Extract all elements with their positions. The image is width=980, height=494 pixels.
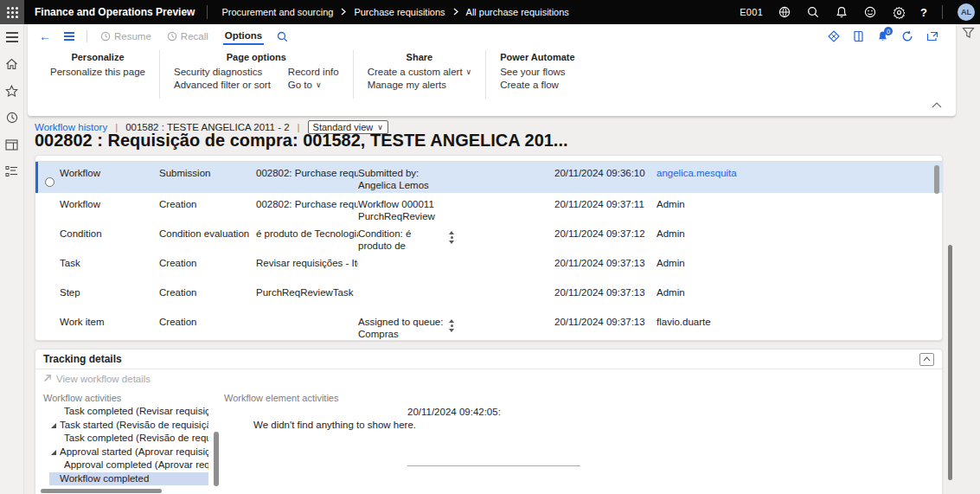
cell-details: Condition: é produto de Tecnologia? eval… [358, 228, 444, 252]
security-diagnostics-button[interactable]: Security diagnostics [174, 67, 271, 77]
resume-button[interactable]: Resume [94, 31, 157, 42]
table-row[interactable]: Workflow Creation 002802: Purchase requi… [35, 193, 942, 222]
cell-name: Revisar requisições - Itens... [256, 252, 358, 281]
tracking-details-header: Tracking details [35, 350, 942, 369]
table-row[interactable]: Condition Condition evaluation é produto… [35, 222, 942, 252]
page-scrollbar-thumb[interactable] [948, 245, 952, 480]
modules-list-icon[interactable] [5, 164, 19, 178]
feedback-smiley-icon[interactable] [863, 5, 877, 19]
environment-label[interactable]: E001 [740, 7, 763, 17]
grid-scrollbar[interactable] [934, 164, 939, 335]
table-row[interactable]: Step Creation PurchReqReviewTask 20/11/2… [35, 281, 942, 311]
home-icon[interactable] [5, 57, 19, 71]
recent-clock-icon[interactable] [5, 111, 19, 125]
cell-user: Admin [657, 222, 942, 252]
tree-expander-icon[interactable] [51, 450, 56, 455]
ribbon-group-personalize: Personalize Personalize this page [36, 50, 160, 99]
cell-date: 20/11/2024 09:37:11 [554, 193, 657, 222]
tree-item[interactable]: Task completed (Revisão de requisição de… [49, 432, 208, 446]
tree-item[interactable]: Task completed (Revisar requisições - It… [49, 405, 208, 419]
help-icon[interactable]: ? [920, 6, 927, 19]
divider [942, 5, 943, 19]
detail-scroll-control[interactable] [449, 231, 454, 244]
favorites-star-icon[interactable] [5, 84, 19, 98]
collapse-pane-chevron-icon[interactable] [932, 96, 942, 112]
back-arrow-button[interactable]: ← [35, 29, 55, 43]
tab-options[interactable]: Options [218, 26, 269, 47]
command-search-icon[interactable] [272, 31, 292, 42]
expand-menu-icon[interactable] [5, 30, 19, 44]
tracking-details-panel: Tracking details View workflow details W… [35, 349, 943, 494]
recall-button[interactable]: Recall [161, 31, 215, 42]
message-bell-icon[interactable]: 0 [877, 30, 888, 42]
workflow-history-grid: Workflow Submission 002802: Purchase req… [35, 155, 943, 341]
notifications-bell-icon[interactable] [835, 5, 849, 19]
settings-gear-icon[interactable] [892, 5, 906, 19]
resume-icon [100, 31, 111, 42]
table-row[interactable]: Task Creation Revisar requisições - Iten… [35, 252, 942, 281]
tree-scrollbar-vertical[interactable] [214, 432, 219, 486]
create-a-flow-button[interactable]: Create a flow [500, 80, 565, 90]
cell-user-link[interactable]: angelica.mesquita [657, 162, 942, 193]
record-info-button[interactable]: Record info [288, 67, 339, 77]
cell-date: 20/11/2024 09:37:13 [554, 252, 657, 281]
workspace-window-icon[interactable] [5, 138, 19, 151]
see-your-flows-button[interactable]: See your flows [500, 67, 565, 77]
cell-details: Workflow 000011 PurchReqReview [358, 199, 444, 222]
group-title: Share [368, 52, 472, 62]
cell-action: Creation [159, 193, 256, 222]
tree-item[interactable]: Approval completed (Aprovar requisições … [49, 459, 208, 472]
cell-user: flavio.duarte [657, 311, 942, 340]
tree-item[interactable]: Task started (Revisão de requisição de c… [49, 419, 208, 433]
tree-item-selected[interactable]: Workflow completed [49, 472, 208, 486]
cell-user: Admin [657, 281, 942, 311]
search-icon[interactable] [806, 5, 820, 19]
tree-item[interactable]: Approval started (Aprovar requisições de… [49, 446, 208, 459]
page-title: 002802 : Requisição de compra: 001582, T… [35, 131, 568, 151]
cell-details: Submitted by: Angelica Lemos Mesquita [358, 168, 444, 193]
element-activity-date: 20/11/2024 09:42:05: [407, 407, 501, 417]
resume-label: Resume [114, 31, 151, 42]
workflow-activities-label: Workflow activities [43, 393, 121, 403]
filter-funnel-icon[interactable] [962, 27, 975, 42]
create-custom-alert-button[interactable]: Create a custom alert∨ [368, 67, 472, 77]
cell-date: 20/11/2024 09:37:13 [554, 281, 657, 311]
user-avatar[interactable]: AL [958, 3, 975, 21]
app-title[interactable]: Finance and Operations Preview [35, 6, 195, 18]
breadcrumb-item[interactable]: Procurement and sourcing [221, 7, 333, 17]
chevron-down-icon: ∨ [466, 67, 472, 76]
collapse-section-button[interactable] [919, 353, 934, 366]
cell-action: Creation [159, 281, 256, 311]
personalize-this-page-button[interactable]: Personalize this page [50, 67, 145, 77]
app-launcher-button[interactable] [0, 0, 24, 24]
advanced-filter-button[interactable]: Advanced filter or sort [174, 80, 271, 90]
view-workflow-details-link[interactable]: View workflow details [43, 374, 151, 384]
table-row[interactable]: Work item Creation Assigned to queue: Co… [35, 311, 942, 340]
group-title: Page options [174, 52, 339, 62]
open-new-window-icon[interactable] [926, 31, 938, 42]
chevron-right-icon [453, 7, 458, 17]
tree-item-label: Task started (Revisão de requisição de c… [60, 420, 208, 430]
refresh-icon[interactable] [901, 30, 913, 42]
table-row[interactable]: Workflow Submission 002802: Purchase req… [35, 162, 942, 193]
ribbon: Personalize Personalize this page Page o… [36, 50, 947, 99]
tree-expander-icon[interactable] [51, 423, 56, 428]
topbar-actions: E001 ? AL [740, 3, 980, 21]
go-to-button[interactable]: Go to∨ [288, 80, 339, 90]
row-radio[interactable] [45, 177, 54, 187]
cell-action: Condition evaluation [159, 222, 256, 252]
manage-my-alerts-button[interactable]: Manage my alerts [368, 80, 472, 90]
cell-name [256, 311, 358, 340]
grid-scrollbar-thumb[interactable] [934, 165, 939, 194]
company-globe-icon[interactable] [778, 5, 791, 19]
detail-scroll-control[interactable] [449, 319, 454, 332]
nav-list-icon[interactable] [59, 32, 80, 41]
group-title: Personalize [50, 52, 145, 62]
tree-scrollbar-horizontal[interactable] [41, 489, 162, 493]
divider [207, 5, 208, 19]
power-apps-icon[interactable] [828, 30, 840, 42]
cell-name: 002802: Purchase requisiti... [256, 193, 358, 222]
breadcrumb-item[interactable]: Purchase requisitions [354, 7, 445, 17]
breadcrumb-item[interactable]: All purchase requisitions [466, 7, 569, 17]
task-guide-book-icon[interactable] [853, 30, 864, 42]
